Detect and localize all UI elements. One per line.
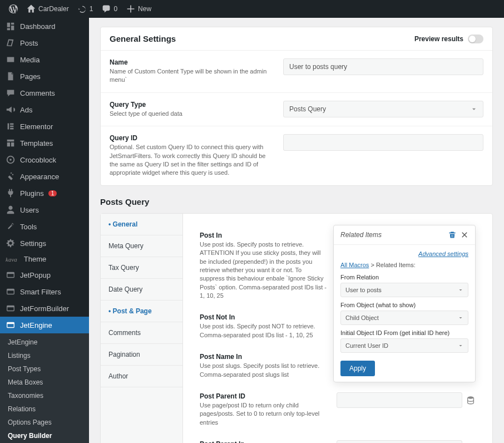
site-name-text: CarDealer: [38, 5, 69, 13]
sidebar-item-label: Pages: [20, 72, 41, 81]
svg-rect-7: [7, 306, 14, 308]
pq-tab[interactable]: Pagination: [101, 344, 182, 366]
svg-rect-5: [7, 289, 14, 291]
crocoblock-icon: [6, 155, 16, 165]
pq-tab[interactable]: General: [101, 214, 182, 235]
settings-icon: [6, 238, 16, 248]
pq-tab[interactable]: Comments: [101, 322, 182, 344]
sidebar-item-theme[interactable]: kavaTheme: [0, 252, 89, 267]
jetformbuilder-icon: [6, 303, 16, 313]
svg-point-16: [468, 396, 474, 399]
posts-query-panel: GeneralMeta QueryTax QueryDate QueryPost…: [100, 213, 493, 443]
popover-select[interactable]: Current User ID: [340, 338, 468, 353]
elementor-icon: [6, 121, 16, 131]
popover-select[interactable]: User to posts: [340, 283, 468, 297]
popover-field-label: From Object (what to show): [340, 302, 468, 308]
comments-count[interactable]: 0: [97, 0, 122, 18]
pq-tab[interactable]: Author: [101, 366, 182, 387]
sidebar-item-appearance[interactable]: Appearance: [0, 168, 89, 185]
sidebar-item-label: JetEngine: [20, 321, 52, 329]
breadcrumb-root[interactable]: All Macros: [340, 262, 369, 268]
query-type-select[interactable]: Posts Query: [283, 101, 483, 117]
admin-topbar: CarDealer 1 0 New: [0, 0, 504, 18]
updates-count[interactable]: 1: [73, 0, 98, 18]
home-icon: [27, 4, 36, 13]
pq-tab[interactable]: Meta Query: [101, 235, 182, 257]
sidebar-item-posts[interactable]: Posts: [0, 35, 89, 51]
sidebar-item-settings[interactable]: Settings: [0, 235, 89, 252]
sidebar-item-templates[interactable]: Templates: [0, 135, 89, 151]
sidebar-item-label: Media: [20, 56, 39, 64]
setting-name: Query ID: [110, 134, 272, 142]
sidebar-sub-item[interactable]: Listings: [0, 349, 89, 362]
sidebar-item-label: Appearance: [20, 173, 59, 181]
field-desc: Use post ids. Specify post NOT to retrie…: [200, 322, 328, 339]
sidebar-sub-item[interactable]: JetEngine: [0, 336, 89, 349]
wp-logo[interactable]: [4, 0, 22, 18]
popover-select[interactable]: Child Object: [340, 311, 468, 325]
svg-rect-3: [7, 273, 14, 274]
sidebar-item-pages[interactable]: Pages: [0, 68, 89, 85]
sidebar-item-jetengine[interactable]: JetEngine: [0, 317, 89, 333]
pq-field-row: Post Parent InUse post ids. Specify post…: [200, 434, 476, 443]
sidebar-item-media[interactable]: Media: [0, 51, 89, 68]
sidebar-sub-item[interactable]: Options Pages: [0, 416, 89, 429]
field-input[interactable]: [337, 440, 462, 443]
pq-tab[interactable]: Tax Query: [101, 257, 182, 279]
jetpopup-icon: [6, 270, 16, 280]
field-name: Post Not In: [200, 313, 328, 321]
sidebar-item-tools[interactable]: Tools: [0, 218, 89, 235]
setting-desc: Optional. Set custom Query ID to connect…: [110, 143, 272, 178]
new-content[interactable]: New: [122, 0, 156, 18]
comment-icon: [102, 4, 111, 13]
templates-icon: [6, 138, 16, 148]
setting-name: Query Type: [110, 101, 272, 109]
update-badge: 1: [48, 190, 57, 196]
sidebar-item-elementor[interactable]: Elementor: [0, 118, 89, 135]
sidebar-item-label: Smart Filters: [20, 288, 61, 296]
popover-field-label: From Relation: [340, 274, 468, 280]
database-icon[interactable]: [466, 395, 476, 405]
sidebar-item-users[interactable]: Users: [0, 201, 89, 218]
media-icon: [6, 55, 16, 65]
pq-tab[interactable]: Date Query: [101, 279, 182, 301]
sidebar-item-jetpopup[interactable]: JetPopup: [0, 267, 89, 283]
pq-tab[interactable]: Post & Page: [101, 301, 182, 322]
sidebar-item-crocoblock[interactable]: Crocoblock: [0, 151, 89, 168]
general-settings-title: General Settings: [110, 34, 176, 43]
sidebar-item-plugins[interactable]: Plugins1: [0, 185, 89, 201]
sidebar-item-label: Elementor: [20, 122, 53, 131]
apply-button[interactable]: Apply: [340, 361, 375, 376]
setting-desc: Select type of queried data: [110, 110, 272, 118]
sidebar-sub-item[interactable]: Relations: [0, 402, 89, 416]
sidebar-item-ads[interactable]: Ads: [0, 101, 89, 118]
sidebar-item-jetformbuilder[interactable]: JetFormBuilder: [0, 300, 89, 317]
sidebar-sub-item[interactable]: Taxonomies: [0, 389, 89, 402]
field-desc: Use page/post ID to return only child pa…: [200, 401, 328, 427]
sidebar-item-comments[interactable]: Comments: [0, 85, 89, 101]
field-desc: Use post slugs. Specify posts list to re…: [200, 362, 328, 379]
site-name[interactable]: CarDealer: [22, 0, 73, 18]
tools-icon: [6, 222, 16, 232]
field-input[interactable]: [337, 392, 462, 408]
advanced-settings-link[interactable]: Advanced settings: [340, 250, 468, 257]
sidebar-sub-item[interactable]: Query Builder: [0, 429, 89, 442]
sidebar-sub-item[interactable]: Meta Boxes: [0, 376, 89, 389]
close-icon[interactable]: [461, 231, 468, 239]
setting-input[interactable]: [283, 134, 483, 151]
preview-toggle[interactable]: [468, 35, 483, 43]
smartfilters-icon: [6, 287, 16, 297]
sidebar-sub-item[interactable]: Post Types: [0, 362, 89, 376]
trash-icon[interactable]: [448, 231, 456, 239]
sidebar-item-smartfilters[interactable]: Smart Filters: [0, 283, 89, 300]
wordpress-icon: [9, 4, 18, 13]
sidebar-item-label: Plugins: [20, 189, 44, 198]
comments-icon: [6, 88, 16, 98]
chevron-down-icon: [458, 343, 463, 348]
breadcrumb-current: Related Items:: [376, 262, 416, 268]
content-area: General Settings Preview results NameNam…: [89, 18, 504, 443]
setting-input[interactable]: [283, 58, 483, 75]
appearance-icon: [6, 171, 16, 181]
sidebar-item-label: Comments: [20, 89, 55, 97]
sidebar-item-dashboard[interactable]: Dashboard: [0, 18, 89, 35]
